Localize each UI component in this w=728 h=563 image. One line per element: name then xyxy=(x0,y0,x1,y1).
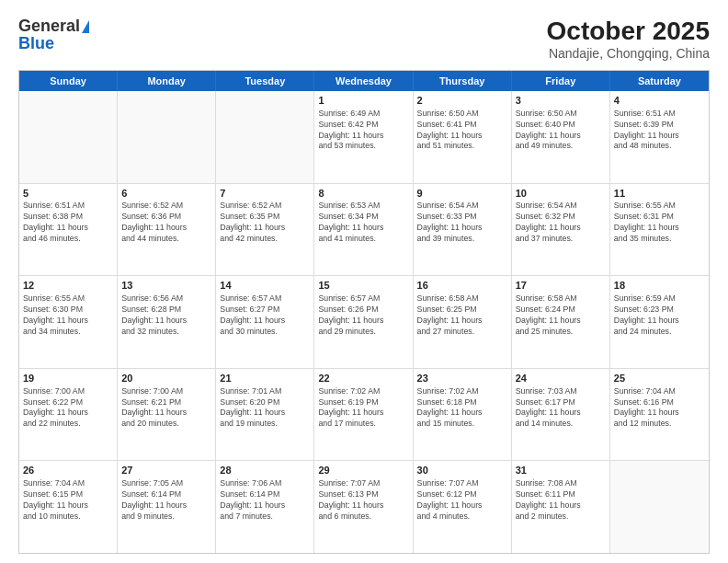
calendar-cell-w4-d3: 21Sunrise: 7:01 AM Sunset: 6:20 PM Dayli… xyxy=(216,369,314,461)
calendar-cell-w5-d7 xyxy=(610,461,709,553)
header-saturday: Saturday xyxy=(610,71,709,91)
calendar-week-2: 5Sunrise: 6:51 AM Sunset: 6:38 PM Daylig… xyxy=(19,183,709,276)
calendar-cell-w4-d1: 19Sunrise: 7:00 AM Sunset: 6:22 PM Dayli… xyxy=(19,369,118,461)
calendar-cell-w2-d4: 8Sunrise: 6:53 AM Sunset: 6:34 PM Daylig… xyxy=(314,184,413,276)
day-number: 1 xyxy=(318,94,408,108)
header-tuesday: Tuesday xyxy=(216,71,314,91)
header-thursday: Thursday xyxy=(414,71,512,91)
calendar-cell-w1-d2 xyxy=(118,91,216,183)
day-info: Sunrise: 7:07 AM Sunset: 6:12 PM Dayligh… xyxy=(417,478,507,523)
day-info: Sunrise: 7:00 AM Sunset: 6:21 PM Dayligh… xyxy=(121,386,211,431)
day-info: Sunrise: 6:55 AM Sunset: 6:31 PM Dayligh… xyxy=(614,201,705,245)
day-number: 26 xyxy=(23,464,113,477)
day-number: 28 xyxy=(220,464,310,477)
location-subtitle: Nandajie, Chongqing, China xyxy=(547,46,710,61)
day-info: Sunrise: 6:50 AM Sunset: 6:40 PM Dayligh… xyxy=(516,109,606,153)
day-number: 9 xyxy=(417,187,507,201)
calendar-week-3: 12Sunrise: 6:55 AM Sunset: 6:30 PM Dayli… xyxy=(19,275,709,368)
day-info: Sunrise: 6:54 AM Sunset: 6:33 PM Dayligh… xyxy=(417,201,507,245)
calendar: Sunday Monday Tuesday Wednesday Thursday… xyxy=(18,70,710,554)
day-number: 11 xyxy=(614,187,705,201)
day-info: Sunrise: 7:03 AM Sunset: 6:17 PM Dayligh… xyxy=(516,386,606,431)
page: General Blue October 2025 Nandajie, Chon… xyxy=(0,0,728,563)
day-number: 19 xyxy=(23,372,113,385)
logo-general: General xyxy=(18,17,80,36)
calendar-cell-w5-d6: 31Sunrise: 7:08 AM Sunset: 6:11 PM Dayli… xyxy=(512,461,610,553)
calendar-cell-w4-d4: 22Sunrise: 7:02 AM Sunset: 6:19 PM Dayli… xyxy=(314,369,413,461)
day-number: 20 xyxy=(121,372,211,385)
day-number: 25 xyxy=(614,372,705,385)
day-info: Sunrise: 6:59 AM Sunset: 6:23 PM Dayligh… xyxy=(614,293,705,338)
calendar-cell-w1-d4: 1Sunrise: 6:49 AM Sunset: 6:42 PM Daylig… xyxy=(314,91,413,183)
day-info: Sunrise: 6:52 AM Sunset: 6:35 PM Dayligh… xyxy=(220,201,310,245)
calendar-cell-w2-d7: 11Sunrise: 6:55 AM Sunset: 6:31 PM Dayli… xyxy=(610,184,709,276)
header-sunday: Sunday xyxy=(19,71,118,91)
calendar-cell-w2-d3: 7Sunrise: 6:52 AM Sunset: 6:35 PM Daylig… xyxy=(216,184,314,276)
day-number: 6 xyxy=(121,187,211,201)
day-number: 14 xyxy=(220,279,310,293)
day-info: Sunrise: 6:57 AM Sunset: 6:27 PM Dayligh… xyxy=(220,293,310,338)
day-info: Sunrise: 7:02 AM Sunset: 6:18 PM Dayligh… xyxy=(417,386,507,431)
day-number: 16 xyxy=(417,279,507,293)
header-monday: Monday xyxy=(118,71,216,91)
calendar-cell-w4-d7: 25Sunrise: 7:04 AM Sunset: 6:16 PM Dayli… xyxy=(610,369,709,461)
calendar-header: Sunday Monday Tuesday Wednesday Thursday… xyxy=(19,71,709,91)
calendar-cell-w5-d3: 28Sunrise: 7:06 AM Sunset: 6:14 PM Dayli… xyxy=(216,461,314,553)
calendar-cell-w1-d7: 4Sunrise: 6:51 AM Sunset: 6:39 PM Daylig… xyxy=(610,91,709,183)
title-area: October 2025 Nandajie, Chongqing, China xyxy=(547,17,710,61)
day-number: 5 xyxy=(23,187,113,201)
calendar-cell-w1-d3 xyxy=(216,91,314,183)
day-number: 21 xyxy=(220,372,310,385)
logo-triangle-icon xyxy=(82,20,89,33)
day-info: Sunrise: 7:04 AM Sunset: 6:15 PM Dayligh… xyxy=(23,478,113,523)
day-info: Sunrise: 7:02 AM Sunset: 6:19 PM Dayligh… xyxy=(318,386,408,431)
day-number: 23 xyxy=(417,372,507,385)
month-title: October 2025 xyxy=(547,17,710,46)
day-number: 10 xyxy=(516,187,606,201)
day-info: Sunrise: 6:53 AM Sunset: 6:34 PM Dayligh… xyxy=(318,201,408,245)
day-info: Sunrise: 6:54 AM Sunset: 6:32 PM Dayligh… xyxy=(516,201,606,245)
calendar-cell-w4-d6: 24Sunrise: 7:03 AM Sunset: 6:17 PM Dayli… xyxy=(512,369,610,461)
calendar-cell-w1-d6: 3Sunrise: 6:50 AM Sunset: 6:40 PM Daylig… xyxy=(512,91,610,183)
day-info: Sunrise: 6:51 AM Sunset: 6:38 PM Dayligh… xyxy=(23,201,113,245)
day-number: 3 xyxy=(516,94,606,108)
calendar-cell-w5-d5: 30Sunrise: 7:07 AM Sunset: 6:12 PM Dayli… xyxy=(414,461,512,553)
logo-blue: Blue xyxy=(18,34,54,53)
logo: General Blue xyxy=(18,17,89,53)
header: General Blue October 2025 Nandajie, Chon… xyxy=(18,17,710,61)
day-info: Sunrise: 6:49 AM Sunset: 6:42 PM Dayligh… xyxy=(318,109,408,153)
calendar-cell-w3-d4: 15Sunrise: 6:57 AM Sunset: 6:26 PM Dayli… xyxy=(314,276,413,368)
header-friday: Friday xyxy=(512,71,610,91)
day-info: Sunrise: 7:05 AM Sunset: 6:14 PM Dayligh… xyxy=(121,478,211,523)
day-number: 12 xyxy=(23,279,113,293)
calendar-cell-w1-d1 xyxy=(19,91,118,183)
day-info: Sunrise: 6:57 AM Sunset: 6:26 PM Dayligh… xyxy=(318,293,408,338)
day-info: Sunrise: 7:07 AM Sunset: 6:13 PM Dayligh… xyxy=(318,478,408,523)
calendar-cell-w1-d5: 2Sunrise: 6:50 AM Sunset: 6:41 PM Daylig… xyxy=(414,91,512,183)
day-info: Sunrise: 6:55 AM Sunset: 6:30 PM Dayligh… xyxy=(23,293,113,338)
calendar-week-1: 1Sunrise: 6:49 AM Sunset: 6:42 PM Daylig… xyxy=(19,91,709,183)
day-info: Sunrise: 6:50 AM Sunset: 6:41 PM Dayligh… xyxy=(417,109,507,153)
day-info: Sunrise: 7:04 AM Sunset: 6:16 PM Dayligh… xyxy=(614,386,705,431)
calendar-cell-w3-d7: 18Sunrise: 6:59 AM Sunset: 6:23 PM Dayli… xyxy=(610,276,709,368)
day-number: 2 xyxy=(417,94,507,108)
calendar-body: 1Sunrise: 6:49 AM Sunset: 6:42 PM Daylig… xyxy=(19,91,709,553)
day-number: 13 xyxy=(121,279,211,293)
day-number: 18 xyxy=(614,279,705,293)
day-number: 31 xyxy=(516,464,606,477)
day-number: 15 xyxy=(318,279,408,293)
day-info: Sunrise: 6:58 AM Sunset: 6:25 PM Dayligh… xyxy=(417,293,507,338)
calendar-cell-w4-d5: 23Sunrise: 7:02 AM Sunset: 6:18 PM Dayli… xyxy=(414,369,512,461)
day-number: 8 xyxy=(318,187,408,201)
calendar-cell-w3-d1: 12Sunrise: 6:55 AM Sunset: 6:30 PM Dayli… xyxy=(19,276,118,368)
calendar-cell-w2-d1: 5Sunrise: 6:51 AM Sunset: 6:38 PM Daylig… xyxy=(19,184,118,276)
calendar-cell-w5-d1: 26Sunrise: 7:04 AM Sunset: 6:15 PM Dayli… xyxy=(19,461,118,553)
calendar-cell-w5-d2: 27Sunrise: 7:05 AM Sunset: 6:14 PM Dayli… xyxy=(118,461,216,553)
day-number: 24 xyxy=(516,372,606,385)
day-number: 17 xyxy=(516,279,606,293)
day-number: 7 xyxy=(220,187,310,201)
day-number: 30 xyxy=(417,464,507,477)
day-info: Sunrise: 7:01 AM Sunset: 6:20 PM Dayligh… xyxy=(220,386,310,431)
day-info: Sunrise: 6:51 AM Sunset: 6:39 PM Dayligh… xyxy=(614,109,705,153)
calendar-cell-w3-d5: 16Sunrise: 6:58 AM Sunset: 6:25 PM Dayli… xyxy=(414,276,512,368)
